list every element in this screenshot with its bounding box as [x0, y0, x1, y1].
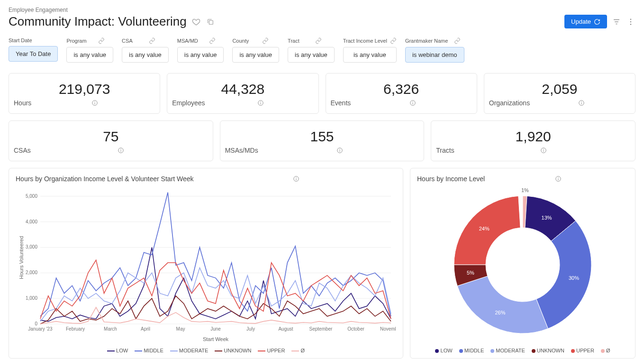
metric-label: MSAs/MDs: [225, 147, 258, 154]
filter-pill-2[interactable]: is any value: [122, 47, 169, 63]
metric-card[interactable]: 75CSAs: [9, 120, 213, 161]
info-icon[interactable]: [555, 175, 562, 182]
svg-text:August: August: [278, 326, 293, 332]
svg-text:November: November: [380, 326, 395, 332]
copy-dashboard-icon[interactable]: [206, 17, 215, 27]
svg-point-24: [340, 149, 340, 149]
line-chart-title: Hours by Organization Income Level & Vol…: [16, 175, 194, 183]
svg-point-6: [630, 24, 631, 25]
svg-point-27: [544, 149, 544, 149]
svg-point-15: [413, 102, 413, 102]
svg-text:February: February: [65, 326, 84, 332]
metric-value: 2,059: [489, 81, 630, 97]
svg-text:March: March: [104, 326, 117, 332]
svg-text:July: July: [246, 326, 255, 332]
legend-item[interactable]: LOW: [435, 348, 452, 353]
link-icon: [262, 37, 269, 44]
svg-text:13%: 13%: [542, 215, 552, 221]
info-icon[interactable]: [257, 100, 264, 106]
svg-point-4: [630, 18, 631, 19]
metric-card[interactable]: 44,328Employees: [167, 73, 318, 114]
filter-pill-6[interactable]: is any value: [343, 47, 397, 63]
svg-point-58: [558, 177, 558, 178]
metric-label: Organizations: [489, 99, 530, 107]
filter-pill-7[interactable]: is webinar demo: [405, 47, 464, 63]
filter-pill-0[interactable]: Year To Date: [9, 46, 58, 62]
metric-value: 1,920: [436, 129, 630, 145]
legend-item[interactable]: UNKNOWN: [532, 348, 564, 353]
svg-point-5: [630, 21, 631, 22]
info-icon[interactable]: [118, 147, 124, 154]
filter-bar: Start DateYear To DateProgramis any valu…: [9, 37, 635, 63]
legend-item[interactable]: UNKNOWN: [215, 348, 251, 353]
legend-item[interactable]: Ø: [601, 348, 610, 353]
svg-text:1%: 1%: [521, 187, 529, 193]
info-icon[interactable]: [578, 100, 585, 106]
legend-item[interactable]: MODERATE: [490, 348, 525, 353]
svg-text:5%: 5%: [467, 270, 474, 276]
favorite-icon[interactable]: [191, 17, 201, 27]
filter-pill-4[interactable]: is any value: [232, 47, 279, 63]
metric-label: Employees: [172, 99, 205, 107]
svg-text:October: October: [347, 326, 364, 332]
filter-label: County: [232, 37, 279, 44]
donut-chart-card: Hours by Income Level 1%13%30%26%5%24% L…: [410, 168, 635, 359]
donut-chart[interactable]: 1%13%30%26%5%24%: [423, 186, 622, 343]
svg-text:24%: 24%: [479, 226, 490, 231]
svg-text:2,000: 2,000: [25, 270, 37, 275]
legend-item[interactable]: UPPER: [258, 348, 285, 353]
legend-item[interactable]: Ø: [291, 348, 305, 353]
legend-item[interactable]: LOW: [107, 348, 128, 353]
link-icon: [209, 37, 216, 44]
filter-label: Tract Income Level: [343, 37, 397, 44]
line-chart[interactable]: 01,0002,0003,0004,0005,000January '23Feb…: [17, 186, 396, 343]
svg-text:June: June: [210, 326, 221, 332]
filter-label: Tract: [288, 37, 335, 44]
svg-text:3,000: 3,000: [25, 244, 37, 249]
legend-item[interactable]: UPPER: [571, 348, 594, 353]
filter-label: CSA: [122, 37, 169, 44]
svg-text:September: September: [309, 326, 333, 332]
metric-card[interactable]: 6,326Events: [326, 73, 477, 114]
svg-text:1,000: 1,000: [25, 295, 37, 301]
link-icon: [454, 37, 461, 44]
donut-chart-legend: LOW MIDDLE MODERATE UNKNOWN UPPER Ø: [417, 348, 628, 353]
legend-item[interactable]: MODERATE: [170, 348, 209, 353]
svg-text:5,000: 5,000: [25, 194, 37, 199]
more-menu-icon[interactable]: [626, 17, 635, 27]
page-title: Community Impact: Volunteering: [9, 14, 187, 29]
svg-text:4,000: 4,000: [25, 219, 37, 224]
legend-item[interactable]: MIDDLE: [135, 348, 163, 353]
svg-point-30: [296, 177, 297, 178]
metric-card[interactable]: 2,059Organizations: [484, 73, 635, 114]
donut-chart-title: Hours by Income Level: [417, 175, 485, 183]
info-icon[interactable]: [293, 175, 299, 182]
filter-menu-icon[interactable]: [612, 17, 621, 27]
metric-value: 6,326: [331, 81, 472, 97]
breadcrumb[interactable]: Employee Engagement: [9, 7, 635, 13]
line-chart-card: Hours by Organization Income Level & Vol…: [9, 168, 403, 359]
info-icon[interactable]: [540, 147, 547, 154]
filter-pill-5[interactable]: is any value: [288, 47, 335, 63]
metric-label: Hours: [14, 99, 31, 107]
svg-text:30%: 30%: [569, 275, 579, 281]
metric-label: Tracts: [436, 147, 454, 154]
link-icon: [149, 37, 155, 44]
svg-point-21: [120, 149, 121, 149]
legend-item[interactable]: MIDDLE: [459, 348, 484, 353]
link-icon: [98, 37, 105, 44]
filter-label: Program: [66, 37, 113, 44]
filter-pill-1[interactable]: is any value: [66, 47, 113, 63]
metric-card[interactable]: 1,920Tracts: [431, 120, 635, 161]
svg-rect-0: [209, 20, 213, 24]
info-icon[interactable]: [336, 147, 343, 154]
metric-card[interactable]: 219,073Hours: [9, 73, 160, 114]
filter-pill-3[interactable]: is any value: [177, 47, 224, 63]
metric-card[interactable]: 155MSAs/MDs: [220, 120, 425, 161]
info-icon[interactable]: [409, 100, 416, 106]
filter-label: Grantmaker Name: [405, 37, 464, 44]
line-chart-legend: LOW MIDDLE MODERATE UNKNOWN UPPER Ø: [16, 348, 396, 353]
update-button[interactable]: Update: [564, 15, 607, 28]
info-icon[interactable]: [91, 100, 98, 106]
svg-text:26%: 26%: [495, 310, 506, 315]
